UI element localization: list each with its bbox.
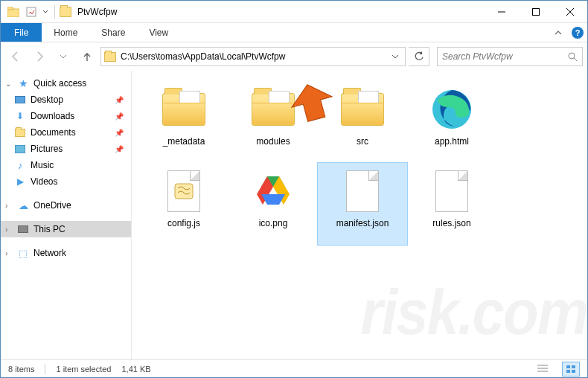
pin-icon: 📌	[115, 129, 124, 137]
tab-home[interactable]: Home	[42, 23, 89, 42]
quick-access-label: Quick access	[33, 78, 86, 89]
history-dropdown-icon[interactable]	[53, 46, 74, 67]
folder-item[interactable]: _metadata	[139, 81, 229, 163]
forward-button[interactable]	[29, 46, 50, 67]
address-bar[interactable]	[100, 47, 406, 66]
folder-icon	[162, 93, 205, 126]
svg-rect-21	[572, 365, 575, 368]
ribbon: File Home Share View ?	[1, 23, 587, 42]
svg-rect-20	[566, 365, 570, 368]
svg-rect-10	[175, 184, 193, 199]
file-tab[interactable]: File	[1, 23, 42, 42]
search-box[interactable]: Search PtvWcfpw	[437, 47, 583, 66]
pin-icon: 📌	[115, 112, 124, 121]
qat-dropdown-icon[interactable]	[41, 4, 50, 20]
svg-rect-23	[572, 370, 575, 373]
sidebar-network[interactable]: ›⬚Network	[1, 245, 131, 261]
back-button[interactable]	[5, 46, 26, 67]
folder-icon[interactable]	[5, 4, 22, 20]
folder-icon	[252, 93, 295, 126]
minimize-button[interactable]	[485, 1, 519, 23]
pin-icon: 📌	[115, 145, 124, 153]
window-folder-icon	[60, 7, 71, 17]
svg-rect-4	[533, 8, 540, 15]
folder-item[interactable]: src	[318, 81, 407, 163]
sidebar-item-videos[interactable]: ▶Videos	[1, 173, 131, 190]
tab-view[interactable]: View	[137, 23, 180, 42]
address-dropdown-icon[interactable]	[389, 48, 402, 65]
address-input[interactable]	[121, 51, 389, 62]
refresh-button[interactable]	[409, 47, 429, 66]
svg-line-8	[574, 58, 577, 61]
quick-access[interactable]: ⌄★ Quick access	[1, 75, 131, 92]
svg-point-7	[569, 53, 575, 59]
sidebar-item-music[interactable]: ♪Music	[1, 157, 131, 173]
svg-rect-0	[7, 9, 19, 17]
sidebar-item-documents[interactable]: Documents📌	[1, 124, 131, 141]
file-icon	[428, 169, 476, 214]
status-size: 1,41 KB	[121, 365, 150, 374]
tab-share[interactable]: Share	[89, 23, 137, 42]
sidebar-onedrive[interactable]: ›☁OneDrive	[1, 197, 131, 214]
items-grid: _metadata modules src app.html	[139, 81, 580, 245]
sidebar-item-desktop[interactable]: Desktop📌	[1, 92, 131, 108]
status-selection: 1 item selected	[56, 365, 111, 374]
pin-icon: 📌	[115, 96, 124, 104]
content-area[interactable]: risk.com _metadata modules src app.html	[132, 71, 587, 359]
svg-rect-1	[7, 7, 13, 10]
details-view-button[interactable]	[534, 362, 552, 377]
folder-item[interactable]: modules	[229, 81, 318, 163]
statusbar: 8 items 1 item selected 1,41 KB	[1, 359, 587, 377]
edge-icon	[428, 87, 476, 132]
watermark: risk.com	[360, 275, 587, 349]
sidebar: ⌄★ Quick access Desktop📌 ⬇Downloads📌 Doc…	[1, 71, 132, 359]
file-item-selected[interactable]: manifest.json	[318, 163, 407, 245]
svg-rect-2	[27, 7, 36, 16]
folder-icon	[341, 93, 384, 126]
file-item[interactable]: rules.json	[407, 163, 496, 245]
navbar: Search PtvWcfpw	[1, 42, 587, 71]
sidebar-item-downloads[interactable]: ⬇Downloads📌	[1, 108, 131, 124]
expand-ribbon-icon[interactable]	[549, 23, 568, 42]
up-button[interactable]	[77, 46, 98, 67]
svg-rect-22	[566, 370, 570, 373]
drive-image-icon	[249, 169, 297, 214]
file-item[interactable]: ico.png	[229, 163, 318, 245]
help-button[interactable]: ?	[568, 23, 587, 42]
file-item[interactable]: config.js	[139, 163, 229, 245]
file-icon	[339, 169, 386, 214]
search-icon	[568, 52, 578, 62]
address-folder-icon	[104, 52, 116, 62]
file-item[interactable]: app.html	[407, 81, 496, 163]
search-placeholder: Search PtvWcfpw	[442, 51, 568, 62]
close-button[interactable]	[553, 1, 587, 23]
svg-marker-15	[261, 194, 285, 205]
window-title: PtvWcfpw	[77, 7, 117, 17]
icons-view-button[interactable]	[562, 362, 580, 377]
status-item-count: 8 items	[8, 365, 34, 374]
titlebar: PtvWcfpw	[1, 1, 587, 23]
js-file-icon	[160, 169, 208, 214]
sidebar-item-pictures[interactable]: Pictures📌	[1, 141, 131, 157]
properties-icon[interactable]	[23, 4, 39, 20]
maximize-button[interactable]	[519, 1, 553, 23]
sidebar-thispc[interactable]: ›This PC	[1, 221, 131, 237]
